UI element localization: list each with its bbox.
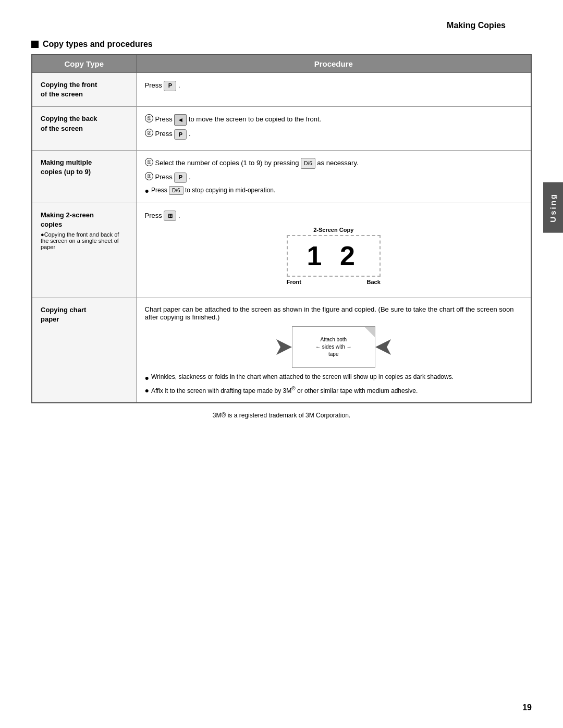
page-header: Making Copies xyxy=(31,21,532,30)
button-p-multiple: P xyxy=(174,172,187,183)
step-back-1: ① Press ◄ to move the screen to be copie… xyxy=(145,114,523,126)
bullet-chart-1: ● Wrinkles, slackness or folds in the ch… xyxy=(145,373,523,382)
chart-box: Attach both← sides with →tape xyxy=(292,326,375,368)
svg-marker-1 xyxy=(375,339,391,355)
bullet-dot-multiple: ● xyxy=(145,186,149,195)
procedure-cell-chart: Chart paper can be attached to the scree… xyxy=(136,298,531,403)
type-title-front: Copying the frontof the screen xyxy=(41,81,97,98)
col-type-header: Copy Type xyxy=(32,55,136,73)
diagram-label: 2-Screen Copy xyxy=(313,227,353,233)
bullet-multiple: ● Press D/6 to stop copying in mid-opera… xyxy=(145,186,523,195)
type-title-back: Copying the backof the screen xyxy=(41,115,97,132)
chart-arrow-right-svg xyxy=(375,337,391,357)
screen-copy-diagram: 2-Screen Copy 1 2 Front Back xyxy=(145,227,523,285)
table-row: Making multiplecopies (up to 9) ① Select… xyxy=(32,150,531,203)
svg-marker-0 xyxy=(276,339,292,355)
step-multiple-2-text: Press P . xyxy=(155,172,191,183)
table-row: Copying chartpaper Chart paper can be at… xyxy=(32,298,531,403)
type-title-multiple: Making multiplecopies (up to 9) xyxy=(41,158,92,176)
button-arrow-back: ◄ xyxy=(174,114,187,126)
button-2screen: ⊞ xyxy=(164,211,176,221)
type-title-2screen: Making 2-screencopies xyxy=(41,211,94,228)
step-num-2: ② xyxy=(145,129,153,137)
type-note-2screen: ●Copying the front and back of the scree… xyxy=(41,231,128,250)
table-row: Copying the backof the screen ① Press ◄ … xyxy=(32,107,531,151)
footnote: 3M® is a registered trademark of 3M Corp… xyxy=(31,412,532,419)
procedure-cell-2screen: Press ⊞ . 2-Screen Copy 1 2 Front Back xyxy=(136,203,531,298)
step-multiple-1-text: Select the number of copies (1 to 9) by … xyxy=(155,158,359,169)
chart-intro: Chart paper can be attached to the scree… xyxy=(145,305,523,321)
procedure-2screen-press: Press ⊞ . xyxy=(145,211,523,221)
col-procedure-header: Procedure xyxy=(136,55,531,73)
diagram-box: 1 2 xyxy=(287,235,381,277)
bullet-multiple-text: Press D/6 to stop copying in mid-operati… xyxy=(151,186,275,195)
bullet-dot-chart-1: ● xyxy=(145,373,149,382)
bullet-chart-2: ● Affix it to the screen with drafting t… xyxy=(145,386,523,395)
section-title-text: Copy types and procedures xyxy=(43,40,153,49)
procedure-front-press: Press P . xyxy=(145,80,523,91)
type-title-chart: Copying chartpaper xyxy=(41,306,86,323)
step-multiple-2: ② Press P . xyxy=(145,172,523,183)
copy-table: Copy Type Procedure Copying the frontof … xyxy=(31,54,532,403)
step-num-m1: ① xyxy=(145,158,153,166)
bullet-chart-2-text: Affix it to the screen with drafting tap… xyxy=(151,386,418,394)
diagram-numbers: 1 2 xyxy=(307,240,360,272)
table-row: Making 2-screencopies ●Copying the front… xyxy=(32,203,531,298)
section-title-icon xyxy=(31,41,39,48)
step-back-1-text: Press ◄ to move the screen to be copied … xyxy=(155,114,322,126)
side-tab: Using xyxy=(543,182,563,233)
table-row: Copying the frontof the screen Press P . xyxy=(32,73,531,107)
button-grid-multiple: D/6 xyxy=(301,158,315,169)
chart-arrow-left-svg xyxy=(276,337,292,357)
section-title: Copy types and procedures xyxy=(31,40,532,49)
page-number: 19 xyxy=(522,703,532,712)
procedure-cell-multiple: ① Select the number of copies (1 to 9) b… xyxy=(136,150,531,203)
diagram-front-back: Front Back xyxy=(287,279,381,285)
chart-attach-label: Attach both← sides with →tape xyxy=(315,337,351,357)
diagram-front-label: Front xyxy=(287,279,301,285)
chart-corner-fold xyxy=(364,327,375,337)
type-cell-chart: Copying chartpaper xyxy=(32,298,136,403)
procedure-cell-front: Press P . xyxy=(136,73,531,107)
chart-diagram: Attach both← sides with →tape xyxy=(145,326,523,368)
button-p-back: P xyxy=(174,129,187,140)
type-cell-front: Copying the frontof the screen xyxy=(32,73,136,107)
page-container: Using Making Copies Copy types and proce… xyxy=(0,0,563,728)
bullet-chart-1-text: Wrinkles, slackness or folds in the char… xyxy=(151,373,454,380)
procedure-cell-back: ① Press ◄ to move the screen to be copie… xyxy=(136,107,531,151)
button-grid-stop: D/6 xyxy=(169,186,183,195)
type-cell-back: Copying the backof the screen xyxy=(32,107,136,151)
diagram-back-label: Back xyxy=(366,279,380,285)
step-num-m2: ② xyxy=(145,172,153,180)
step-back-2-text: Press P . xyxy=(155,129,191,140)
button-p-front: P xyxy=(164,81,176,91)
footnote-text: 3M® is a registered trademark of 3M Corp… xyxy=(213,412,350,419)
page-title: Making Copies xyxy=(447,21,506,30)
type-cell-2screen: Making 2-screencopies ●Copying the front… xyxy=(32,203,136,298)
step-num-1: ① xyxy=(145,114,153,122)
bullet-dot-chart-2: ● xyxy=(145,386,149,395)
chart-box-inner: Attach both← sides with →tape xyxy=(315,336,351,358)
step-back-2: ② Press P . xyxy=(145,129,523,140)
type-cell-multiple: Making multiplecopies (up to 9) xyxy=(32,150,136,203)
step-multiple-1: ① Select the number of copies (1 to 9) b… xyxy=(145,158,523,169)
